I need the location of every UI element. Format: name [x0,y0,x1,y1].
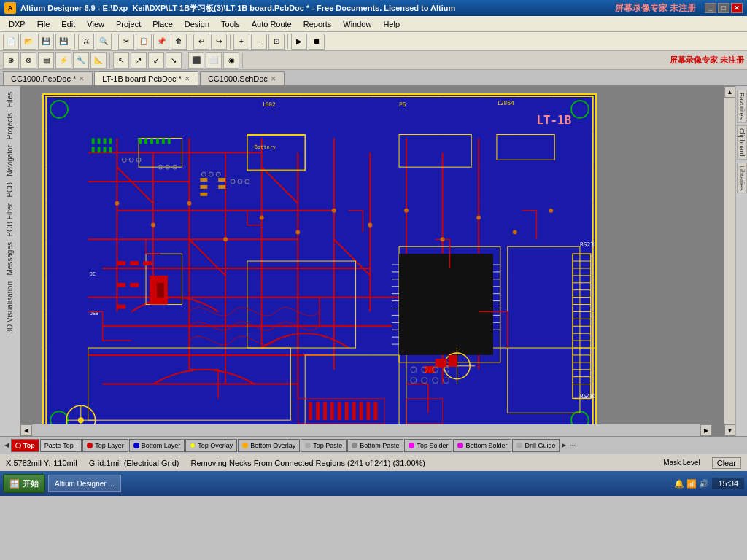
tb-save-all[interactable]: 💾 [55,34,71,50]
scroll-right-btn[interactable]: ▶ [700,424,712,436]
svg-rect-152 [360,402,363,420]
tab-cc1000-pcb[interactable]: CC1000.PcbDoc * ✕ [3,71,93,85]
close-button[interactable]: ✕ [731,3,743,13]
sidebar-files[interactable]: Files [4,89,15,110]
clear-button[interactable]: Clear [712,457,741,469]
h-scrollbar[interactable]: ◀ ▶ [20,424,712,436]
taskbar: 🪟 开始 Altium Designer ... 🔔 📶 🔊 15:34 [0,471,747,496]
tab-cc1000-sch[interactable]: CC1000.SchDoc ✕ [200,71,285,85]
tb2-1[interactable]: ⊕ [3,52,19,69]
rpanel-libraries[interactable]: Libraries [737,163,747,194]
layer-bottom-layer[interactable]: Bottom Layer [129,439,185,452]
tb-redo[interactable]: ↪ [211,34,227,50]
tb2-8[interactable]: ↗ [131,52,147,69]
tb-paste[interactable]: 📌 [153,34,169,50]
tb2-3[interactable]: ▤ [38,52,54,69]
tb-print-prev[interactable]: 🔍 [96,34,112,50]
tb-new[interactable]: 📄 [3,34,19,50]
layer-top-overlay[interactable]: Top Overlay [185,439,237,452]
grid-section: Grid:1mil (Electrical Grid) [89,459,179,467]
h-scroll-track[interactable] [32,424,700,436]
v-scrollbar[interactable]: ▲ ▼ [724,86,735,436]
layer-paste-top[interactable]: Paste Top - [40,439,82,452]
layer-scroll-right[interactable]: ▶ [560,442,568,448]
menu-tools[interactable]: Tools [215,18,246,30]
start-button[interactable]: 🪟 开始 [3,474,45,493]
menu-edit[interactable]: Edit [55,18,81,30]
sidebar-3d[interactable]: 3D Visualisation [4,279,15,337]
sidebar-pcbfilter[interactable]: PCB Filter [4,201,15,240]
tb-zoom-out[interactable]: - [251,34,267,50]
svg-point-172 [260,216,264,220]
rpanel-favorites[interactable]: Favorites [737,90,747,122]
tb-save[interactable]: 💾 [38,34,54,50]
tb-zoom-in[interactable]: + [233,34,249,50]
menu-file[interactable]: File [31,18,56,30]
layer-top-solder[interactable]: Top Solder [404,439,452,452]
menu-project[interactable]: Project [110,18,147,30]
menu-view[interactable]: View [81,18,110,30]
tb2-7[interactable]: ↖ [113,52,129,69]
tb-undo[interactable]: ↩ [193,34,209,50]
menu-dxp[interactable]: DXP [3,18,31,30]
sidebar-navigator[interactable]: Navigator [4,142,15,179]
layer-bottom-solder[interactable]: Bottom Solder [453,439,511,452]
menu-place[interactable]: Place [147,18,179,30]
sep2-2 [185,53,185,68]
maximize-button[interactable]: □ [718,3,729,13]
tb-run[interactable]: ▶ [291,34,307,50]
tb2-9[interactable]: ↙ [148,52,164,69]
menu-help[interactable]: Help [377,18,406,30]
menu-window[interactable]: Window [337,18,377,30]
tb-del[interactable]: 🗑 [171,34,187,50]
tab-close-2[interactable]: ✕ [271,75,276,82]
menu-reports[interactable]: Reports [298,18,338,30]
sep2-1 [109,53,110,68]
watermark-toolbar: 屏幕录像专家 未注册 [670,55,744,66]
layer-top-layer[interactable]: Top Layer [82,439,128,452]
tb2-12[interactable]: ⬜ [206,52,222,69]
layer-drill-guide[interactable]: Drill Guide [512,439,560,452]
sidebar-projects[interactable]: Projects [4,110,15,142]
tb2-6[interactable]: 📐 [90,52,107,69]
layer-scroll-left[interactable]: ◀ [3,442,10,448]
tb2-2[interactable]: ⊗ [20,52,36,69]
layer-bottom-overlay[interactable]: Bottom Overlay [238,439,300,452]
svg-rect-73 [92,147,95,152]
scroll-left-btn[interactable]: ◀ [20,424,32,436]
sidebar-pcb[interactable]: PCB [4,179,15,201]
tb2-11[interactable]: ⬛ [188,52,204,69]
tb2-5[interactable]: 🔧 [73,52,89,69]
tb-zoom-fit[interactable]: ⊡ [268,34,285,50]
tb-stop[interactable]: ⏹ [309,34,325,50]
tab-close-1[interactable]: ✕ [185,75,190,82]
scroll-up-btn[interactable]: ▲ [724,86,736,98]
svg-rect-81 [162,138,165,144]
taskbar-altium-btn[interactable]: Altium Designer ... [48,475,121,492]
sidebar-messages[interactable]: Messages [4,239,15,279]
title-bar: A Altium Designer 6.9 - E:\Dxp_Keil\DXP\… [0,0,747,16]
svg-point-178 [476,216,481,220]
tb-open[interactable]: 📂 [20,34,36,50]
svg-rect-78 [144,138,147,144]
coordinates: X:5782mil Y:-110mil [6,459,77,467]
menu-autoroute[interactable]: Auto Route [246,18,298,30]
layer-indicator[interactable]: Top [11,439,39,452]
tb2-13[interactable]: ◉ [223,52,239,69]
toolbar-2: ⊕ ⊗ ▤ ⚡ 🔧 📐 ↖ ↗ ↙ ↘ ⬛ ⬜ ◉ 屏幕录像专家 未注册 [0,51,747,70]
tb-copy[interactable]: 📋 [136,34,152,50]
tb2-4[interactable]: ⚡ [55,52,71,69]
layer-bottom-paste[interactable]: Bottom Paste [347,439,403,452]
tb2-10[interactable]: ↘ [166,52,182,69]
tab-lt1b-pcb[interactable]: LT-1B board.PcbDoc * ✕ [94,71,198,85]
rpanel-clipboard[interactable]: Clipboard [737,125,747,160]
tb-print[interactable]: 🖨 [78,34,94,50]
layer-top-paste[interactable]: Top Paste [301,439,347,452]
tab-close-0[interactable]: ✕ [79,75,85,82]
pcb-canvas[interactable]: 1602 P6 12864 LT-1B RS232 RS485 DC USB T… [20,86,724,436]
tb-cut[interactable]: ✂ [118,34,134,50]
menu-design[interactable]: Design [179,18,215,30]
scroll-down-btn[interactable]: ▼ [724,424,736,436]
minimize-button[interactable]: _ [705,3,716,13]
layer-more[interactable]: ⋯ [568,442,577,448]
